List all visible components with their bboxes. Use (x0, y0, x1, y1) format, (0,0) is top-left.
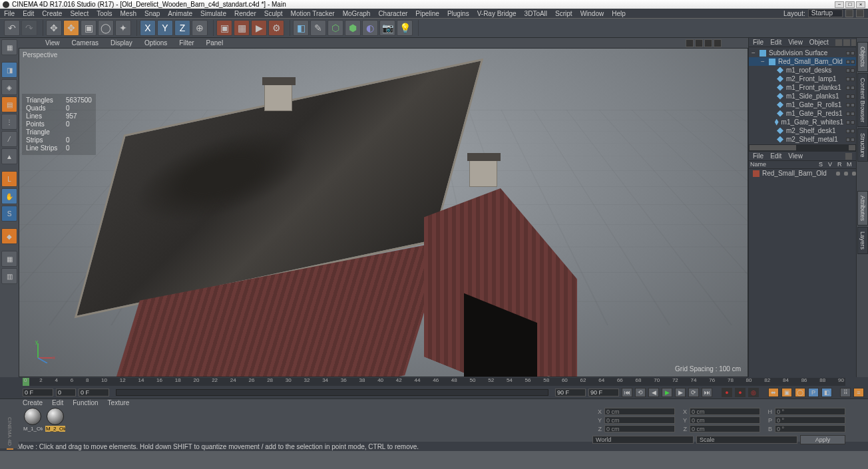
key-opts-1[interactable]: ⠿ (840, 388, 851, 397)
filter-icon[interactable] (843, 39, 850, 46)
undo-button[interactable]: ↶ (4, 20, 20, 36)
workplane-tool[interactable]: ◆ (1, 228, 17, 244)
key-pla[interactable]: ◧ (821, 388, 832, 397)
tab-attributes[interactable]: Attributes (857, 191, 868, 226)
material-item[interactable]: M_1_Old (23, 408, 43, 444)
layer-list[interactable]: Red_Small_Barn_Old (749, 169, 856, 377)
tl-end2-field[interactable]: 90 F (588, 389, 619, 396)
z-axis-lock[interactable]: Z (174, 20, 190, 36)
menu-mograph[interactable]: MoGraph (343, 10, 371, 17)
material-item[interactable]: M_2_Old (45, 408, 65, 444)
axis-mode[interactable]: L (1, 171, 17, 187)
menu-tools[interactable]: Tools (97, 10, 112, 17)
pos-y[interactable]: 0 cm (604, 416, 675, 424)
render-settings[interactable]: ⚙ (268, 20, 284, 36)
menu-file[interactable]: File (4, 10, 15, 17)
tree-item[interactable]: m1_Side_planks1 (749, 92, 856, 100)
go-end[interactable]: ⏭ (702, 388, 712, 397)
tree-item[interactable]: m2_Shelf_metal1 (749, 135, 856, 144)
menu-motion-tracker[interactable]: Motion Tracker (291, 10, 335, 17)
menu-render[interactable]: Render (234, 10, 256, 17)
tree-item[interactable]: m1_Gate_R_rolls1 (749, 100, 856, 109)
x-axis-lock[interactable]: X (140, 20, 156, 36)
tl-start-field[interactable]: 0 F (23, 389, 53, 396)
layer-row[interactable]: Red_Small_Barn_Old (749, 169, 856, 178)
vp-nav-icon[interactable] (704, 39, 712, 47)
key-rot[interactable]: ◯ (795, 388, 805, 397)
rotate-tool[interactable]: ◯ (98, 20, 114, 36)
layout-dropdown[interactable]: Startup (808, 9, 843, 17)
size-z[interactable]: 0 cm (690, 425, 760, 432)
close-button[interactable]: × (856, 1, 865, 8)
menu-pipeline[interactable]: Pipeline (415, 10, 439, 17)
tree-item[interactable]: −Subdivision Surface (749, 49, 856, 57)
objmgr-menu-view[interactable]: View (788, 39, 803, 46)
layer-flag[interactable] (836, 172, 840, 176)
recent-tool[interactable]: ✦ (115, 20, 131, 36)
layout-config-icon[interactable] (845, 9, 853, 17)
menu-plugins[interactable]: Plugins (447, 10, 469, 17)
tree-scrollbar[interactable] (749, 144, 856, 151)
viewmenu-cameras[interactable]: Cameras (72, 39, 99, 47)
menu-select[interactable]: Select (70, 10, 89, 17)
tl-cur2-field[interactable]: 0 F (79, 389, 109, 396)
step-back[interactable]: ⟲ (635, 388, 646, 397)
layer-flag[interactable] (844, 172, 848, 176)
tab-layers[interactable]: Layers (857, 227, 868, 254)
render-picture[interactable]: ▶ (251, 20, 267, 36)
coord-scale-dropdown[interactable]: Scale (696, 436, 797, 444)
viewport[interactable]: Triangles5637500Quads0Lines957Points0Tri… (19, 48, 748, 377)
scale-tool[interactable]: ▣ (81, 20, 97, 36)
menu-help[interactable]: Help (612, 10, 626, 17)
step-fwd[interactable]: ⟳ (688, 388, 699, 397)
rot-p[interactable]: 0 ° (775, 416, 845, 424)
tab-structure[interactable]: Structure (857, 128, 868, 162)
locked-workplane[interactable]: ▦ (1, 251, 17, 267)
menu-3dtoall[interactable]: 3DToAll (525, 10, 547, 17)
add-light[interactable]: 💡 (397, 20, 413, 36)
tl-cur-field[interactable]: 0 (56, 389, 76, 396)
material-list[interactable]: M_1_OldM_2_Old (23, 408, 65, 444)
workplane-mode[interactable]: ▤ (1, 96, 17, 112)
viewmenu-panel[interactable]: Panel (206, 39, 224, 47)
vp-nav-icon[interactable] (695, 39, 703, 47)
matmenu-function[interactable]: Function (73, 399, 98, 406)
redo-button[interactable]: ↷ (21, 20, 37, 36)
search-icon[interactable] (835, 39, 842, 46)
key-pos[interactable]: ⬌ (768, 388, 779, 397)
matmenu-texture[interactable]: Texture (108, 399, 130, 406)
tab-content[interactable]: Content Browser (857, 73, 868, 127)
menu-animate[interactable]: Animate (168, 10, 192, 17)
objmgr-menu-file[interactable]: File (753, 39, 763, 46)
tree-item[interactable]: m2_Front_lamp1 (749, 75, 856, 83)
tree-item[interactable]: m1_Gate_R_reds1 (749, 109, 856, 118)
snap-toggle[interactable]: S (1, 206, 17, 222)
apply-button[interactable]: Apply (800, 435, 845, 444)
render-region[interactable]: ▦ (234, 20, 250, 36)
menu-snap[interactable]: Snap (144, 10, 160, 17)
rot-b[interactable]: 0 ° (775, 425, 845, 432)
viewmenu-view[interactable]: View (45, 39, 60, 47)
y-axis-lock[interactable]: Y (157, 20, 173, 36)
record-key[interactable]: ● (722, 388, 732, 397)
tree-item[interactable]: m1_Gate_R_whites1 (749, 118, 856, 126)
add-cube[interactable]: ◧ (293, 20, 309, 36)
menu-v-ray-bridge[interactable]: V-Ray Bridge (477, 10, 517, 17)
objmgr-menu-object[interactable]: Object (809, 39, 829, 46)
maximize-button[interactable]: □ (845, 1, 855, 8)
object-tree[interactable]: −Subdivision Surface−Red_Small_Barn_Oldm… (749, 47, 856, 144)
vp-nav-icon[interactable] (686, 39, 694, 47)
menu-create[interactable]: Create (42, 10, 62, 17)
matmenu-edit[interactable]: Edit (52, 399, 63, 406)
viewmenu-options[interactable]: Options (144, 39, 167, 47)
point-mode[interactable]: ⋮ (1, 114, 17, 130)
timeline-ruler[interactable]: 0246810121416182022242628303234363840424… (0, 377, 868, 387)
layout-config-icon-2[interactable] (856, 9, 864, 17)
timeline-scrub[interactable] (116, 389, 548, 396)
tree-item[interactable]: m1_roof_desks (749, 66, 856, 75)
coord-system[interactable]: ⊕ (192, 20, 208, 36)
tl-end-field[interactable]: 90 F (555, 389, 586, 396)
tree-item[interactable]: m1_Front_planks1 (749, 83, 856, 92)
next-frame[interactable]: ▶ (675, 388, 686, 397)
menu-sculpt[interactable]: Sculpt (264, 10, 283, 17)
